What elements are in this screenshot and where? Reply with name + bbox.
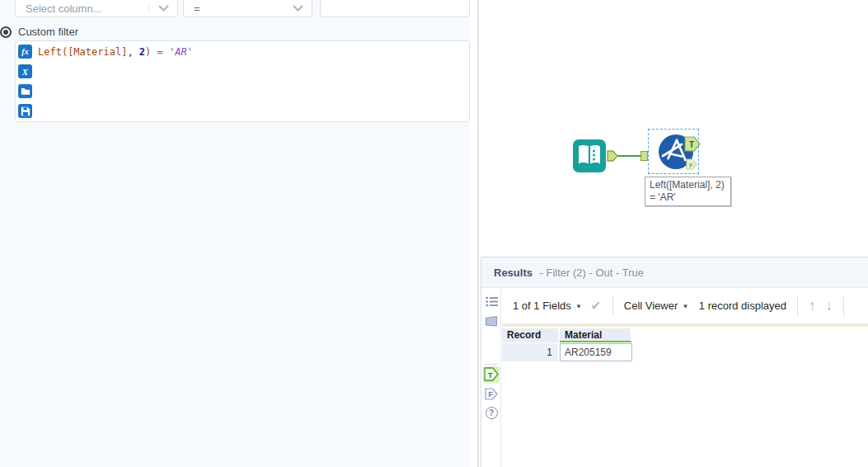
true-tab-icon: T xyxy=(484,367,499,381)
table-top-strip xyxy=(502,323,868,327)
profile-banner-icon xyxy=(485,315,498,328)
cell-viewer-dropdown[interactable]: Cell Viewer xyxy=(624,300,678,312)
false-tab-icon: F xyxy=(485,388,498,400)
metadata-view-button[interactable] xyxy=(481,296,501,307)
operator-value: = xyxy=(194,2,200,15)
false-tab-label: F xyxy=(489,390,493,399)
strip-divider xyxy=(485,364,498,365)
results-toolbar: 1 of 1 Fields ▾ ✔ Cell Viewer ▾ 1 record… xyxy=(502,288,868,323)
help-icon: ? xyxy=(486,407,498,419)
table-row: 1 AR205159 xyxy=(502,342,632,361)
record-number-cell[interactable]: 1 xyxy=(502,343,560,361)
variables-icon: X xyxy=(22,67,28,77)
select-column-placeholder: Select column... xyxy=(26,2,102,15)
filter-configuration-panel: Select column... = Custom filter fx X xyxy=(0,0,470,467)
select-column-dropdown[interactable]: Select column... xyxy=(15,0,178,17)
open-folder-icon xyxy=(21,87,30,96)
variables-button[interactable]: X xyxy=(18,64,32,78)
chevron-down-icon[interactable] xyxy=(293,5,303,12)
anchor-false-label: F xyxy=(689,162,693,169)
record-count-label: 1 record displayed xyxy=(699,300,786,312)
results-subtitle: - Filter (2) - Out - True xyxy=(540,267,644,279)
formula-token-string: 'AR' xyxy=(169,46,193,58)
true-tab-label: T xyxy=(488,371,493,380)
filter-false-output-anchor[interactable]: F xyxy=(686,158,697,170)
toolbar-separator xyxy=(843,296,844,316)
annotation-line-1: Left([Material], 2) xyxy=(650,179,726,191)
list-view-icon xyxy=(486,296,498,307)
fx-icon: fx xyxy=(21,47,28,56)
results-table: Record Material 1 AR205159 xyxy=(502,328,632,361)
anchor-true-label: T xyxy=(689,140,694,149)
formula-editor[interactable]: fx X Left([Material], 2) = 'AR' xyxy=(15,40,470,122)
data-profile-button[interactable] xyxy=(481,315,501,328)
column-header-material[interactable]: Material xyxy=(560,328,632,342)
toolbar-separator xyxy=(612,296,613,316)
formula-token-comma: , xyxy=(127,46,138,58)
caret-down-icon[interactable]: ▾ xyxy=(683,302,687,310)
input-data-tool[interactable] xyxy=(572,139,607,173)
results-header: Results - Filter (2) - Out - True xyxy=(481,257,868,288)
filter-value-input[interactable] xyxy=(320,0,470,17)
formula-expression[interactable]: Left([Material], 2) = 'AR' xyxy=(38,46,193,58)
filter-tool-input-anchor[interactable] xyxy=(640,151,648,161)
column-header-record[interactable]: Record xyxy=(502,328,560,342)
alteryx-designer-window: Select column... = Custom filter fx X xyxy=(0,0,868,467)
open-expression-button[interactable] xyxy=(18,84,32,98)
custom-filter-radio[interactable] xyxy=(0,26,12,38)
results-panel: Results - Filter (2) - Out - True xyxy=(481,257,868,467)
previous-record-button[interactable]: ↑ xyxy=(809,298,816,314)
chevron-down-icon[interactable] xyxy=(158,5,169,12)
formula-token-function: Left( xyxy=(38,46,68,58)
true-output-tab[interactable]: T xyxy=(481,367,501,381)
radio-dot xyxy=(3,30,8,35)
formula-token-field: [Material] xyxy=(68,46,127,58)
help-button[interactable]: ? xyxy=(481,407,501,419)
tool-annotation[interactable]: Left([Material], 2) = 'AR' xyxy=(645,177,731,206)
results-side-strip: T F ? xyxy=(481,288,501,467)
results-title: Results xyxy=(494,267,533,279)
input-tool-output-anchor[interactable] xyxy=(607,149,618,163)
operator-dropdown[interactable]: = xyxy=(183,0,312,17)
formula-token-operator: = xyxy=(151,46,169,58)
custom-filter-label: Custom filter xyxy=(18,26,78,38)
table-header-row: Record Material xyxy=(502,328,632,342)
formula-token-number: 2 xyxy=(139,46,145,58)
false-output-tab[interactable]: F xyxy=(481,388,501,400)
material-value-cell[interactable]: AR205159 xyxy=(560,343,632,361)
functions-button[interactable]: fx xyxy=(18,45,32,59)
dropdown-divider xyxy=(148,3,149,13)
annotation-line-2: = 'AR' xyxy=(650,191,726,204)
save-expression-button[interactable] xyxy=(18,104,32,118)
fields-dropdown[interactable]: 1 of 1 Fields xyxy=(513,300,571,312)
toolbar-separator xyxy=(797,296,798,316)
filter-true-output-anchor[interactable]: T xyxy=(684,136,701,152)
save-floppy-icon xyxy=(21,106,30,116)
next-record-button[interactable]: ↓ xyxy=(826,298,833,314)
caret-down-icon[interactable]: ▾ xyxy=(577,302,581,310)
apply-check-icon[interactable]: ✔ xyxy=(590,298,601,314)
